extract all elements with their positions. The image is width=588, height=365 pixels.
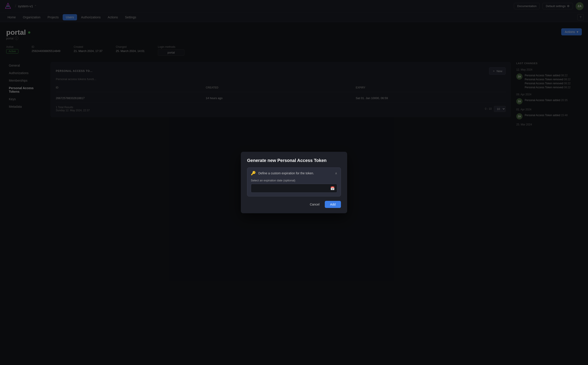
modal-actions: Cancel Add — [247, 201, 341, 208]
token-option-custom-expiry: 🔑 Define a custom expiration for the tok… — [247, 168, 341, 197]
chevron-up-icon: ∧ — [335, 171, 337, 175]
modal-title: Generate new Personal Access Token — [247, 158, 341, 163]
expiry-label: Select an expiration date (optional) — [251, 179, 337, 182]
cancel-button[interactable]: Cancel — [307, 201, 322, 208]
key-icon: 🔑 — [251, 171, 256, 176]
add-button[interactable]: Add — [325, 201, 341, 208]
token-option-body: Select an expiration date (optional) 📅 — [247, 179, 341, 196]
modal-overlay[interactable]: Generate new Personal Access Token 🔑 Def… — [0, 0, 588, 365]
token-option-label: Define a custom expiration for the token… — [258, 171, 314, 175]
expiry-input-wrap: 📅 — [251, 184, 337, 193]
calendar-icon[interactable]: 📅 — [330, 186, 335, 190]
token-option-header[interactable]: 🔑 Define a custom expiration for the tok… — [247, 168, 341, 179]
modal-generate-token: Generate new Personal Access Token 🔑 Def… — [241, 152, 347, 213]
expiry-date-input[interactable] — [253, 186, 330, 190]
